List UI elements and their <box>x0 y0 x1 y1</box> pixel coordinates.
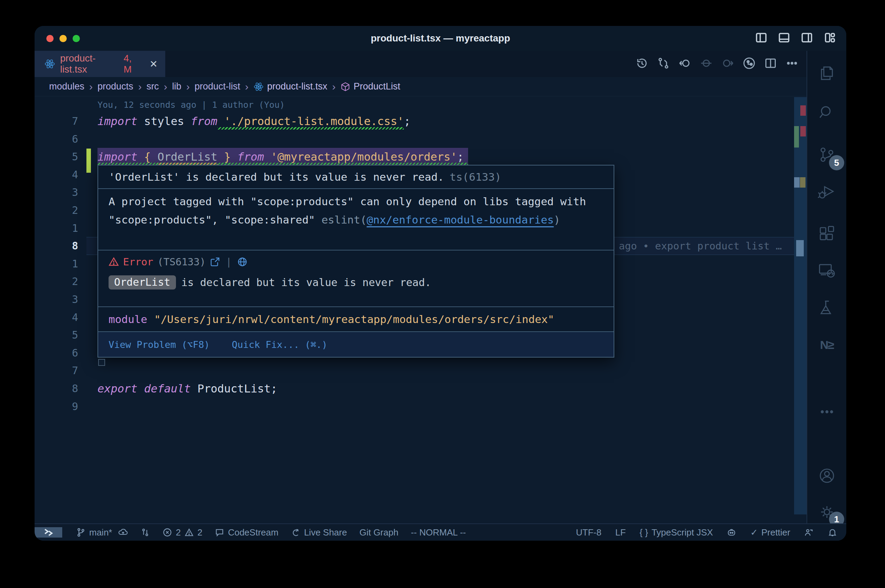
warning-triangle-icon <box>108 257 119 267</box>
customize-layout-icon[interactable] <box>823 32 836 45</box>
feedback-status[interactable] <box>804 528 814 537</box>
brackets-icon: { } <box>640 527 648 538</box>
line-number: 6 <box>35 344 78 362</box>
remote-indicator[interactable] <box>35 527 62 537</box>
error-overview-mark <box>800 105 806 116</box>
prettier-label: Prettier <box>761 527 790 538</box>
tab-problems-badge: 4, M <box>123 53 141 75</box>
open-changes-back-icon[interactable] <box>679 57 691 71</box>
nx-console-icon[interactable]: N≥ <box>807 329 846 360</box>
source-control-icon[interactable]: 5 <box>807 140 846 171</box>
eol-status[interactable]: LF <box>615 527 626 538</box>
publish-cloud-icon <box>118 528 128 537</box>
codelens-blame[interactable]: You, 12 seconds ago | 1 author (You) <box>98 98 285 112</box>
toggle-primary-sidebar-icon[interactable] <box>755 32 768 45</box>
live-share-status[interactable]: Live Share <box>291 527 347 538</box>
eslint-rule-link[interactable]: @nx/enforce-module-boundaries <box>367 213 554 226</box>
codestream-status[interactable]: CodeStream <box>215 527 278 538</box>
line-number: 3 <box>35 183 78 201</box>
live-share-label: Live Share <box>304 527 347 538</box>
navigate-back-icon <box>700 57 712 71</box>
chevron-right-icon: › <box>164 81 167 93</box>
globe-icon[interactable] <box>237 257 248 267</box>
nx-logo: N≥ <box>820 338 834 352</box>
prettier-status[interactable]: ✓Prettier <box>750 527 790 538</box>
breadcrumb-item[interactable]: modules <box>49 81 84 92</box>
module-path: "/Users/juri/nrwl/content/myreactapp/mod… <box>154 313 554 326</box>
scrollbar-slider[interactable] <box>794 97 807 514</box>
git-graph-view-icon[interactable] <box>743 57 755 71</box>
toggle-secondary-sidebar-icon[interactable] <box>801 32 813 45</box>
run-debug-icon[interactable] <box>807 176 846 207</box>
external-link-icon[interactable] <box>210 257 220 267</box>
line-number: 4 <box>35 166 78 184</box>
activity-bar: 5 N≥ 1 <box>807 51 846 524</box>
window-title: product-list.tsx — myreactapp <box>35 33 846 44</box>
timeline-history-icon[interactable] <box>636 57 648 71</box>
identifier-token: ProductList <box>191 380 271 398</box>
editor-scrollbar[interactable] <box>794 96 807 524</box>
breadcrumb-file-label: product-list.tsx <box>267 81 328 92</box>
punctuation-token: ; <box>457 148 464 166</box>
search-icon[interactable] <box>807 98 846 129</box>
account-icon[interactable] <box>807 460 846 491</box>
notifications-status[interactable] <box>828 528 837 537</box>
code-editor[interactable]: 76543218123456789 You, 12 seconds ago | … <box>35 96 807 524</box>
breadcrumb-item[interactable]: products <box>98 81 134 92</box>
settings-gear-icon[interactable]: 1 <box>807 496 846 528</box>
breadcrumb-item[interactable]: src <box>147 81 159 92</box>
explorer-icon[interactable] <box>807 58 846 89</box>
git-branch-status[interactable]: main* <box>76 527 128 538</box>
chevron-right-icon: › <box>89 81 93 93</box>
chevron-right-icon: › <box>138 81 142 93</box>
testing-icon[interactable] <box>807 292 846 324</box>
line-number: 7 <box>35 112 78 130</box>
problems-status[interactable]: 2 2 <box>162 527 202 538</box>
zoom-window-button[interactable] <box>73 35 80 42</box>
view-problem-action[interactable]: View Problem (⌥F8) <box>108 339 210 350</box>
minimize-window-button[interactable] <box>59 35 67 42</box>
vim-mode-status[interactable]: -- NORMAL -- <box>411 527 466 538</box>
eol-label: LF <box>615 527 626 538</box>
string-token: './product-list.module.css' <box>218 112 404 130</box>
line-number: 8 <box>35 380 78 398</box>
quick-fix-action[interactable]: Quick Fix... (⌘.) <box>232 339 328 350</box>
git-graph-status[interactable]: Git Graph <box>359 527 398 538</box>
severity-label: Error <box>123 256 153 268</box>
line-number: 9 <box>35 398 78 416</box>
tab-bar: product-list.tsx 4, M ✕ <box>35 51 807 77</box>
breadcrumb-item[interactable]: product-list <box>195 81 240 92</box>
copilot-status[interactable] <box>727 528 736 537</box>
compare-changes-icon[interactable] <box>657 57 670 71</box>
popup-resize-handle[interactable] <box>98 359 105 366</box>
encoding-label: UTF-8 <box>576 527 601 538</box>
keyword-token: export <box>98 380 138 398</box>
close-window-button[interactable] <box>46 35 54 42</box>
breadcrumb-file[interactable]: product-list.tsx <box>253 81 328 92</box>
extensions-icon[interactable] <box>807 219 846 250</box>
language-mode-status[interactable]: { }TypeScript JSX <box>640 527 713 538</box>
split-editor-icon[interactable] <box>764 57 777 71</box>
more-views-icon[interactable] <box>807 396 846 428</box>
find-overview-mark <box>800 177 805 188</box>
bell-icon <box>828 528 837 537</box>
warning-triangle-icon <box>184 528 194 537</box>
encoding-status[interactable]: UTF-8 <box>576 527 601 538</box>
tab-product-list[interactable]: product-list.tsx 4, M ✕ <box>35 51 165 77</box>
symbol-cube-icon <box>341 82 350 92</box>
commit-graph-status[interactable] <box>140 528 150 537</box>
cursor-overview-mark <box>796 240 804 256</box>
eslint-message: A project tagged with "scope:products" c… <box>98 189 614 250</box>
code-line-import-styles: import styles from './product-list.modul… <box>98 112 410 130</box>
git-added-gutter-bar <box>86 148 91 173</box>
symbol-chip: OrderList <box>108 275 176 290</box>
tab-close-icon[interactable]: ✕ <box>150 58 158 70</box>
breadcrumb-item[interactable]: lib <box>172 81 182 92</box>
breadcrumb-symbol[interactable]: ProductList <box>341 81 400 92</box>
more-actions-icon[interactable] <box>786 57 798 71</box>
toggle-panel-icon[interactable] <box>778 32 790 45</box>
line-number: 1 <box>35 219 78 237</box>
vscode-window: product-list.tsx — myreactapp product-li… <box>35 26 846 541</box>
vim-mode-label: -- NORMAL -- <box>411 527 466 538</box>
remote-explorer-icon[interactable] <box>807 255 846 286</box>
